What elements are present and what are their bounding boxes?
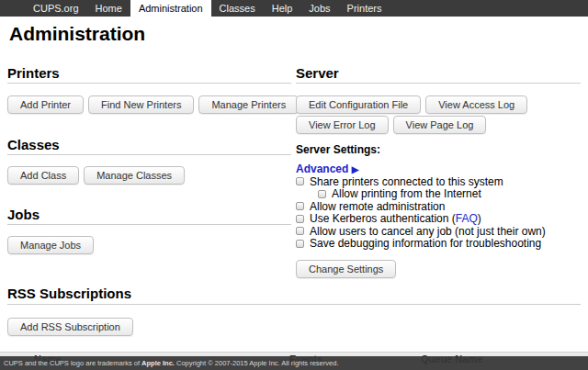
debug-logging-checkbox[interactable] bbox=[296, 240, 304, 248]
server-button-row-1: Edit Configuration File View Access Log bbox=[296, 95, 527, 114]
view-page-log-button[interactable]: View Page Log bbox=[393, 116, 487, 134]
change-settings-row: Change Settings bbox=[296, 260, 396, 278]
cancel-any-job-label: Allow users to cancel any job (not just … bbox=[310, 225, 546, 238]
kerberos-checkbox[interactable] bbox=[296, 215, 304, 223]
nav-item-cups-org[interactable]: CUPS.org bbox=[25, 0, 87, 17]
rss-divider bbox=[7, 304, 581, 305]
debug-logging-label: Save debugging information for troublesh… bbox=[310, 237, 541, 250]
setting-row-kerberos: Use Kerberos authentication (FAQ) bbox=[296, 213, 581, 226]
view-access-log-button[interactable]: View Access Log bbox=[425, 95, 527, 114]
footer-apple-inc-bold: Apple Inc. bbox=[141, 359, 175, 367]
cups-admin-page: CUPS.org Home Administration Classes Hel… bbox=[0, 0, 588, 370]
printers-section-heading: Printers bbox=[7, 65, 60, 81]
remote-administration-label: Allow remote administration bbox=[310, 200, 445, 213]
view-error-log-button[interactable]: View Error Log bbox=[296, 116, 389, 134]
server-divider bbox=[296, 83, 581, 84]
change-settings-button[interactable]: Change Settings bbox=[296, 260, 396, 278]
advanced-arrow-icon: ▶ bbox=[352, 164, 359, 174]
add-class-button[interactable]: Add Class bbox=[7, 166, 79, 185]
manage-classes-button[interactable]: Manage Classes bbox=[84, 166, 185, 185]
manage-printers-button[interactable]: Manage Printers bbox=[198, 95, 299, 114]
classes-button-row: Add Class Manage Classes bbox=[7, 166, 185, 185]
faq-link[interactable]: FAQ bbox=[456, 212, 478, 225]
manage-jobs-button[interactable]: Manage Jobs bbox=[7, 236, 94, 254]
printers-divider bbox=[7, 83, 291, 84]
share-printers-checkbox[interactable] bbox=[296, 177, 304, 185]
rss-section-heading: RSS Subscriptions bbox=[7, 286, 131, 301]
jobs-divider bbox=[7, 224, 291, 225]
setting-row-debug-logging: Save debugging information for troublesh… bbox=[296, 238, 581, 251]
add-rss-subscription-button[interactable]: Add RSS Subscription bbox=[7, 318, 133, 336]
printers-button-row: Add Printer Find New Printers Manage Pri… bbox=[7, 95, 299, 114]
edit-configuration-file-button[interactable]: Edit Configuration File bbox=[296, 95, 421, 114]
cancel-any-job-checkbox[interactable] bbox=[296, 227, 304, 235]
nav-item-classes[interactable]: Classes bbox=[211, 0, 264, 17]
advanced-link-label: Advanced bbox=[296, 163, 348, 175]
classes-section-heading: Classes bbox=[7, 137, 60, 152]
nav-item-home[interactable]: Home bbox=[87, 0, 130, 17]
nav-item-printers[interactable]: Printers bbox=[339, 0, 390, 17]
advanced-link[interactable]: Advanced ▶ bbox=[296, 163, 358, 175]
find-new-printers-button[interactable]: Find New Printers bbox=[88, 95, 194, 114]
share-printers-label: Share printers connected to this system bbox=[310, 175, 503, 188]
rss-button-row: Add RSS Subscription bbox=[7, 318, 133, 336]
nav-item-help[interactable]: Help bbox=[264, 0, 301, 17]
top-navbar: CUPS.org Home Administration Classes Hel… bbox=[0, 0, 588, 17]
setting-row-remote-administration: Allow remote administration bbox=[296, 200, 581, 213]
kerberos-label: Use Kerberos authentication (FAQ) bbox=[310, 212, 481, 225]
jobs-button-row: Manage Jobs bbox=[7, 236, 94, 254]
server-section-heading: Server bbox=[296, 65, 339, 81]
setting-row-cancel-any-job: Allow users to cancel any job (not just … bbox=[296, 225, 581, 238]
setting-row-allow-internet-printing: Allow printing from the Internet bbox=[296, 188, 581, 201]
nav-item-jobs[interactable]: Jobs bbox=[300, 0, 338, 17]
server-settings-checkbox-list: Share printers connected to this system … bbox=[296, 175, 581, 250]
nav-item-administration[interactable]: Administration bbox=[130, 0, 211, 17]
setting-row-share-printers: Share printers connected to this system bbox=[296, 175, 581, 188]
jobs-section-heading: Jobs bbox=[7, 207, 40, 222]
page-title: Administration bbox=[9, 23, 145, 45]
server-settings-label: Server Settings: bbox=[296, 143, 380, 156]
remote-administration-checkbox[interactable] bbox=[296, 202, 304, 210]
classes-divider bbox=[7, 154, 291, 155]
footer-copyright: CUPS and the CUPS logo are trademarks of… bbox=[0, 356, 588, 370]
allow-internet-printing-label: Allow printing from the Internet bbox=[332, 187, 481, 200]
add-printer-button[interactable]: Add Printer bbox=[7, 95, 84, 114]
allow-internet-printing-checkbox[interactable] bbox=[318, 190, 326, 198]
server-button-row-2: View Error Log View Page Log bbox=[296, 116, 486, 134]
